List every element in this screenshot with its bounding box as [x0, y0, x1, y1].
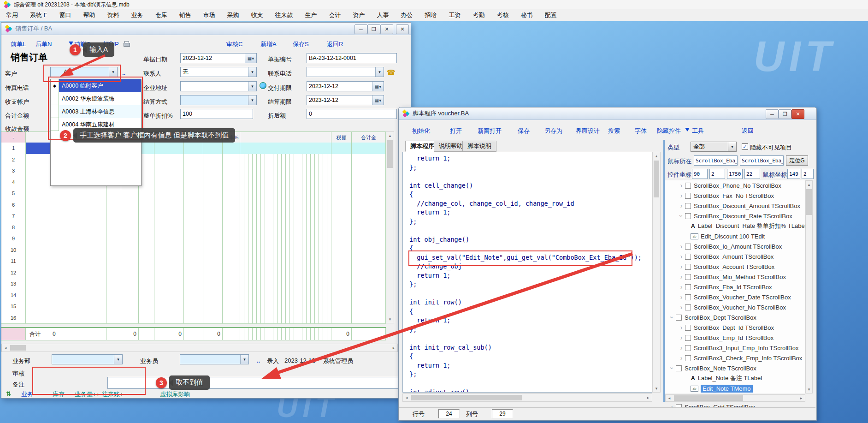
grid-cell[interactable]	[203, 154, 223, 166]
grid-cell[interactable]	[106, 312, 121, 324]
grid-cell[interactable]	[352, 199, 386, 211]
grid-cell[interactable]	[223, 143, 240, 154]
settle-due-field[interactable]: 2023-12-12▦▾	[307, 95, 384, 105]
sales-tab-3[interactable]: 往来账+	[102, 390, 124, 399]
customer-dropdown-item-1[interactable]: A0002 华东捷波装饰	[51, 92, 141, 105]
control-coord-x[interactable]: 90	[692, 169, 708, 179]
scroll-right-icon[interactable]: ▸	[798, 395, 804, 401]
grid-cell[interactable]	[331, 210, 352, 222]
table-row[interactable]: 9	[1, 233, 386, 245]
grid-cell[interactable]	[154, 143, 184, 154]
grid-cell[interactable]	[352, 290, 386, 301]
menu-item-2[interactable]: 窗口	[53, 11, 77, 19]
control-coord-h[interactable]: 22	[744, 169, 760, 179]
grid-cell[interactable]	[331, 143, 352, 154]
menu-item-4[interactable]: 资料	[101, 11, 125, 19]
table-row[interactable]: 11	[1, 256, 386, 268]
grid-cell[interactable]	[184, 290, 203, 301]
emp-combobox[interactable]: ▾	[180, 354, 249, 364]
customer-combobox[interactable]: A▾	[50, 67, 118, 77]
tree-vscrollbar[interactable]: ▴ ▾	[805, 180, 813, 393]
tree-item-9[interactable]: ›ScrollBox_Mio_Method TScrollBox	[665, 272, 805, 282]
grid-cell[interactable]	[331, 312, 352, 324]
menu-item-0[interactable]: 常用	[0, 11, 24, 19]
grid-cell[interactable]	[184, 267, 203, 279]
grid-cell[interactable]: 5	[1, 188, 26, 199]
chevron-collapsed-icon[interactable]: ›	[678, 182, 685, 189]
sales-tab-4[interactable]: 虚拟库影响	[160, 390, 190, 399]
tree-checkbox[interactable]	[685, 345, 691, 351]
grid-cell[interactable]	[240, 233, 331, 244]
grid-cell[interactable]	[223, 278, 240, 290]
grid-cell[interactable]	[139, 290, 154, 301]
grid-cell[interactable]	[352, 256, 386, 267]
tree-item-17[interactable]: ›ScrollBox3_Check_Emp_Info TScrollBox	[665, 353, 805, 363]
grid-cell[interactable]	[106, 222, 121, 233]
tree-item-1[interactable]: ›ScrollBox_Fax_No TScrollBox	[665, 191, 805, 201]
grid-cell[interactable]: 2	[1, 154, 26, 166]
code-hscroll-thumb[interactable]	[411, 395, 522, 400]
calendar-icon[interactable]: ▦▾	[245, 54, 256, 63]
scroll-up-icon[interactable]: ▴	[387, 133, 393, 138]
tree-item-12[interactable]: ›ScrollBox_Voucher_No TScrollBox	[665, 302, 805, 312]
calendar-icon[interactable]: ▦▾	[372, 82, 384, 91]
discount-field[interactable]: 100	[180, 109, 253, 119]
menu-item-16[interactable]: 办公	[395, 11, 419, 19]
grid-cell[interactable]	[240, 256, 331, 267]
grid-cell[interactable]	[106, 267, 121, 279]
grid-cell[interactable]	[26, 301, 106, 312]
grid-cell[interactable]: 14	[1, 290, 26, 301]
script-window-titlebar[interactable]: 脚本程序 voucher.BA	[399, 107, 816, 120]
tree-item-0[interactable]: ›ScrollBox_Phone_No TScrollBox	[665, 180, 805, 191]
grid-cell[interactable]	[240, 177, 331, 188]
chevron-collapsed-icon[interactable]: ›	[678, 324, 685, 331]
menu-item-7[interactable]: 销售	[173, 11, 197, 19]
grid-cell[interactable]	[223, 188, 240, 199]
menu-item-6[interactable]: 仓库	[149, 11, 173, 19]
menu-item-9[interactable]: 采购	[221, 11, 245, 19]
tree-item-16[interactable]: ›ScrollBox3_Input_Emp_Info TScrollBox	[665, 343, 805, 353]
grid-cell[interactable]	[121, 233, 139, 244]
tree-item-8[interactable]: ›ScrollBox_Account TScrollBox	[665, 262, 805, 272]
grid-cell[interactable]	[203, 312, 223, 324]
chevron-expanded-icon[interactable]: ›	[678, 213, 685, 219]
menu-item-18[interactable]: 工资	[443, 11, 467, 19]
table-row[interactable]: 7	[1, 210, 386, 222]
scroll-down-icon[interactable]: ▾	[654, 386, 659, 391]
sales-toolbar-新增A[interactable]: 新增A	[260, 40, 277, 48]
tree-checkbox[interactable]	[685, 254, 691, 260]
customer-dropdown-item-3[interactable]: A0004 华南五康建材	[51, 118, 141, 131]
grid-cell[interactable]	[223, 222, 240, 233]
grid-cell[interactable]	[26, 267, 106, 279]
grid-cell[interactable]	[106, 210, 121, 222]
grid-cell[interactable]	[184, 188, 203, 199]
grid-cell[interactable]	[352, 188, 386, 199]
script-toolbar-另存为[interactable]: 另存为	[544, 127, 562, 135]
chevron-expanded-icon[interactable]: ›	[668, 314, 676, 321]
sales-minimize-button[interactable]: ─	[354, 24, 367, 34]
table-row[interactable]: 14	[1, 290, 386, 302]
sales-tab-1[interactable]: 库存~~	[53, 390, 71, 399]
chevron-collapsed-icon[interactable]: ›	[678, 202, 685, 209]
tree-item-5[interactable]: abEdit_Discount 100 TEdit	[665, 231, 805, 241]
grid-cell[interactable]	[203, 188, 223, 199]
grid-cell[interactable]	[154, 199, 184, 211]
grid-cell[interactable]	[331, 267, 352, 279]
grid-cell[interactable]	[139, 278, 154, 290]
grid-cell[interactable]	[26, 244, 106, 256]
after-discount-field[interactable]: 0	[307, 109, 397, 119]
grid-cell[interactable]	[203, 278, 223, 290]
grid-cell[interactable]	[331, 188, 352, 199]
mouse-coord-y[interactable]: 2	[802, 169, 814, 179]
script-toolbar-工具[interactable]: 工具	[692, 127, 704, 135]
tree-checkbox[interactable]	[685, 244, 691, 250]
phone-icon[interactable]: ☎	[387, 68, 396, 77]
grid-cell[interactable]: 6	[1, 199, 26, 211]
emp-lookup-button[interactable]: ..	[257, 357, 260, 364]
grid-cell[interactable]	[331, 177, 352, 188]
hide-invisible-checkbox[interactable]: ✓	[742, 143, 748, 150]
grid-cell[interactable]	[331, 165, 352, 177]
tree-checkbox[interactable]	[676, 315, 682, 321]
grid-cell[interactable]	[223, 290, 240, 301]
grid-cell[interactable]	[184, 143, 203, 154]
